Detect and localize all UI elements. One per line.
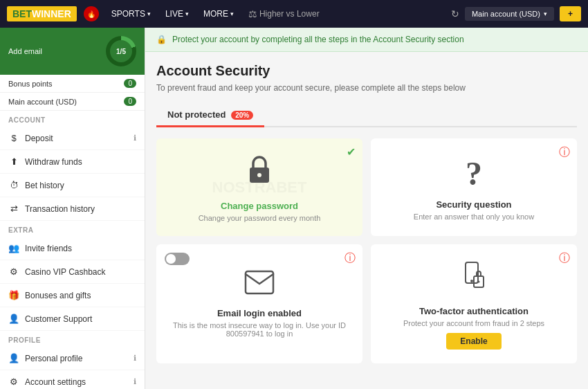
gift-icon: 🎁 bbox=[8, 290, 19, 300]
support-icon: 👤 bbox=[8, 314, 19, 324]
progress-label: 1/5 bbox=[110, 40, 132, 62]
deposit-button[interactable]: + bbox=[560, 6, 581, 21]
sidebar-item-profile[interactable]: 👤 Personal profile ℹ bbox=[0, 347, 145, 370]
balance-button[interactable]: Main account (USD) ▾ bbox=[465, 7, 554, 21]
nav-links: SPORTS ▾ LIVE ▾ MORE ▾ ⚖ Higher vs Lower bbox=[106, 6, 325, 22]
dollar-icon: $ bbox=[8, 133, 19, 143]
top-navigation: BETWINNER 🔥 SPORTS ▾ LIVE ▾ MORE ▾ ⚖ Hig… bbox=[0, 0, 588, 28]
card-title-two-factor: Two-factor authentication bbox=[419, 306, 529, 316]
lock-banner-icon: 🔒 bbox=[156, 35, 167, 44]
chevron-down-icon: ▾ bbox=[185, 10, 189, 17]
card-subtitle-email-login: This is the most insecure way to log in.… bbox=[170, 321, 349, 338]
lock-card-icon bbox=[244, 152, 275, 194]
main-content: 🔒 Protect your account by completing all… bbox=[145, 28, 588, 389]
sidebar-item-bet-history[interactable]: ⏱ Bet history bbox=[0, 174, 145, 197]
nav-more[interactable]: MORE ▾ bbox=[198, 6, 239, 21]
page-subtitle: To prevent fraud and keep your account s… bbox=[156, 83, 577, 93]
card-subtitle-change-password: Change your password every month bbox=[199, 214, 321, 222]
security-cards-grid: NOSTRABET ✔ Change password Change your … bbox=[156, 138, 577, 363]
tabs-row: Not protected 20% bbox=[156, 104, 577, 127]
two-factor-card-icon bbox=[459, 258, 489, 299]
card-subtitle-two-factor: Protect your account from fraud in 2 ste… bbox=[403, 319, 544, 327]
tab-badge: 20% bbox=[231, 111, 253, 120]
security-banner: 🔒 Protect your account by completing all… bbox=[145, 28, 588, 52]
question-card-icon: ? bbox=[466, 154, 482, 192]
info-icon: ℹ bbox=[134, 354, 136, 363]
sidebar-item-settings[interactable]: ⚙ Account settings ℹ bbox=[0, 370, 145, 389]
bonus-badge: 0 bbox=[124, 79, 136, 88]
withdraw-icon: ⬆ bbox=[8, 156, 19, 167]
svg-point-5 bbox=[470, 280, 473, 282]
chevron-down-icon: ▾ bbox=[230, 10, 234, 17]
check-icon: ✔ bbox=[347, 145, 356, 159]
sidebar-item-vip[interactable]: ⚙ Casino VIP Cashback bbox=[0, 260, 145, 284]
svg-text:🔥: 🔥 bbox=[87, 10, 96, 19]
warn-icon: ⓘ bbox=[344, 251, 356, 266]
sidebar-stats: Bonus points 0 Main account (USD) 0 bbox=[0, 75, 145, 111]
content-area: Account Security To prevent fraud and ke… bbox=[145, 52, 588, 389]
refresh-icon[interactable]: ↻ bbox=[451, 8, 459, 19]
balance-section: ↻ Main account (USD) ▾ + bbox=[451, 6, 581, 21]
profile-icon: 👤 bbox=[8, 353, 19, 363]
stat-main-account: Main account (USD) 0 bbox=[0, 93, 145, 111]
card-title-change-password: Change password bbox=[221, 201, 298, 211]
brand-winner: WINNER bbox=[32, 8, 71, 19]
add-email-text: Add email bbox=[8, 47, 42, 55]
info-icon: ℹ bbox=[134, 134, 136, 143]
main-layout: Add email 1/5 Bonus points 0 Main accoun… bbox=[0, 28, 588, 389]
nav-sports[interactable]: SPORTS ▾ bbox=[106, 6, 156, 21]
warn-icon: ⓘ bbox=[559, 251, 570, 266]
card-two-factor: ⓘ Two-factor authentication Protect your… bbox=[371, 244, 577, 363]
card-email-login: ⓘ Email login enabled This is the most i… bbox=[156, 244, 362, 363]
sidebar: Add email 1/5 Bonus points 0 Main accoun… bbox=[0, 28, 145, 389]
vip-icon: ⚙ bbox=[8, 266, 19, 277]
transfer-icon: ⇄ bbox=[8, 203, 19, 214]
sidebar-item-support[interactable]: 👤 Customer Support bbox=[0, 307, 145, 331]
card-title-email-login: Email login enabled bbox=[217, 308, 302, 318]
nav-live[interactable]: LIVE ▾ bbox=[160, 6, 194, 21]
sidebar-item-withdraw[interactable]: ⬆ Withdraw funds bbox=[0, 150, 145, 174]
card-change-password: NOSTRABET ✔ Change password Change your … bbox=[156, 138, 362, 236]
info-icon: ℹ bbox=[134, 377, 136, 386]
chevron-down-icon: ▾ bbox=[544, 10, 547, 17]
svg-point-2 bbox=[257, 173, 261, 177]
nav-scale: ⚖ Higher vs Lower bbox=[243, 6, 325, 22]
promo-badge: 🔥 bbox=[84, 6, 99, 21]
settings-icon: ⚙ bbox=[8, 377, 19, 387]
sidebar-item-transaction-history[interactable]: ⇄ Transaction history bbox=[0, 197, 145, 221]
email-toggle[interactable] bbox=[165, 253, 190, 265]
page-title: Account Security bbox=[156, 63, 577, 79]
scale-icon: ⚖ bbox=[248, 8, 257, 19]
toggle-knob bbox=[166, 254, 176, 264]
stat-bonus-points: Bonus points 0 bbox=[0, 75, 145, 93]
sidebar-item-bonuses[interactable]: 🎁 Bonuses and gifts bbox=[0, 284, 145, 307]
card-title-security-question: Security question bbox=[436, 199, 511, 210]
account-badge: 0 bbox=[124, 97, 136, 106]
card-subtitle-security-question: Enter an answer that only you know bbox=[414, 212, 534, 221]
brand-logo[interactable]: BETWINNER bbox=[7, 6, 77, 21]
progress-circle: 1/5 bbox=[106, 36, 136, 66]
email-card-icon bbox=[244, 270, 275, 301]
section-label-account: ACCOUNT bbox=[0, 111, 145, 127]
section-label-profile: PROFILE bbox=[0, 331, 145, 347]
section-label-extra: EXTRA bbox=[0, 221, 145, 237]
chevron-down-icon: ▾ bbox=[147, 10, 151, 17]
svg-point-7 bbox=[478, 281, 480, 283]
warn-icon: ⓘ bbox=[559, 145, 570, 160]
card-security-question: ⓘ ? Security question Enter an answer th… bbox=[371, 138, 577, 236]
toggle-switch[interactable] bbox=[165, 253, 190, 265]
invite-icon: 👥 bbox=[8, 243, 19, 253]
brand-bet: BET bbox=[12, 8, 32, 19]
svg-rect-3 bbox=[246, 271, 273, 293]
tab-not-protected[interactable]: Not protected 20% bbox=[156, 104, 264, 127]
history-icon: ⏱ bbox=[8, 180, 19, 190]
sidebar-item-invite[interactable]: 👥 Invite friends bbox=[0, 237, 145, 260]
sidebar-top: Add email 1/5 bbox=[0, 28, 145, 75]
enable-button[interactable]: Enable bbox=[446, 333, 501, 350]
sidebar-item-deposit[interactable]: $ Deposit ℹ bbox=[0, 127, 145, 150]
